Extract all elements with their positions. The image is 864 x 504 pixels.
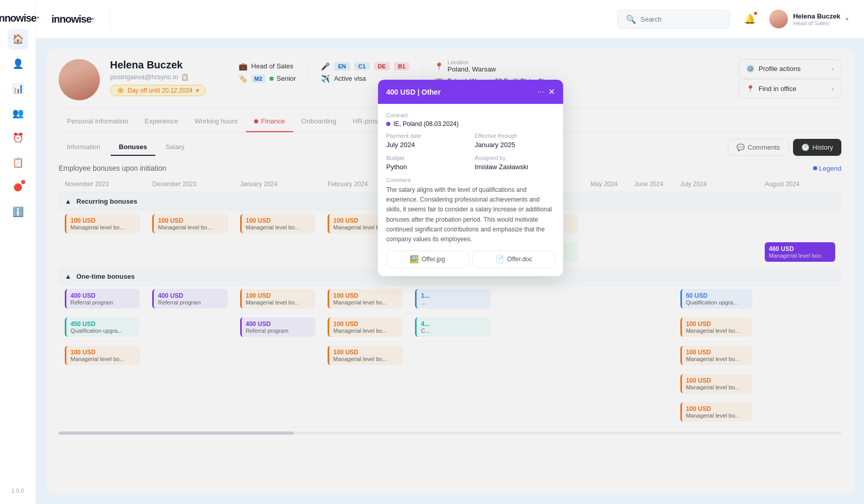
sidebar-item-profile[interactable]: 👤 (8, 53, 28, 74)
sidebar-item-home[interactable]: 🏠 (8, 29, 28, 49)
payment-date-field: Payment date July 2024 (386, 133, 466, 149)
attachment-jpg-label: Offer.jpg (422, 256, 445, 263)
topbar-logo: innowise· (51, 12, 94, 26)
modal-overlay: 400 USD | Other ··· ✕ Contract (46, 49, 854, 494)
search-input[interactable] (640, 15, 722, 23)
sidebar-item-badge[interactable]: 🔴 (8, 177, 28, 197)
payment-row: Payment date July 2024 Effective through… (386, 133, 555, 149)
effective-through-label: Effective through (475, 133, 555, 139)
contract-value: IE, Poland (08.03.2024) (393, 120, 459, 128)
image-icon: 🖼️ (410, 255, 419, 263)
topbar: innowise· 🔍 🔔 Helena Buczek Head of Sale… (36, 0, 864, 39)
user-name: Helena Buczek (793, 12, 840, 20)
assigned-by-field: Assigned by Imisław Zasławski (475, 155, 555, 171)
modal-body: Contract IE, Poland (08.03.2024) Payment… (378, 104, 563, 276)
sidebar-item-team[interactable]: 👥 (8, 103, 28, 123)
modal-more-options[interactable]: ··· (537, 87, 544, 97)
sidebar-item-clock[interactable]: ⏰ (8, 128, 28, 148)
document-icon: 📄 (495, 255, 504, 263)
contract-label: Contract (386, 112, 555, 118)
avatar (769, 10, 788, 28)
modal-header-actions: ··· ✕ (537, 87, 555, 97)
budget-label: Budget (386, 155, 466, 161)
effective-through-value: January 2025 (475, 141, 555, 149)
sidebar-logo: innowise· (0, 10, 39, 25)
app-version: 1.0.0 (11, 488, 24, 494)
attachment-offer-jpg[interactable]: 🖼️ Offer.jpg (386, 250, 469, 268)
budget-row: Budget Python Assigned by Imisław Zasław… (386, 155, 555, 171)
sidebar: innowise· 🏠 👤 📊 👥 ⏰ 📋 🔴 ℹ️ 1.0.0 (0, 0, 36, 504)
logo-dot: · (36, 10, 39, 24)
attachment-doc-label: Offer.doc (507, 256, 532, 263)
comment-text: The salary aligns with the level of qual… (386, 185, 555, 244)
comment-label: Comment (386, 177, 555, 183)
attachment-offer-doc[interactable]: 📄 Offer.doc (473, 250, 555, 268)
search-box[interactable]: 🔍 (617, 10, 730, 29)
user-info-text: Helena Buczek Head of Sales (793, 12, 840, 26)
sidebar-item-calendar[interactable]: 📋 (8, 152, 28, 173)
sidebar-item-reports[interactable]: 📊 (8, 78, 28, 99)
sidebar-item-info[interactable]: ℹ️ (8, 202, 28, 222)
modal-close-button[interactable]: ✕ (548, 87, 555, 97)
comment-section: Comment The salary aligns with the level… (386, 177, 555, 244)
effective-through-field: Effective through January 2025 (475, 133, 555, 149)
bonus-detail-modal: 400 USD | Other ··· ✕ Contract (378, 80, 563, 276)
assigned-by-value: Imisław Zasławski (475, 163, 555, 171)
budget-value: Python (386, 163, 466, 171)
budget-field: Budget Python (386, 155, 466, 171)
assigned-by-label: Assigned by (475, 155, 555, 161)
modal-title: 400 USD | Other (386, 88, 441, 96)
notification-button[interactable]: 🔔 (741, 10, 759, 28)
payment-date-value: July 2024 (386, 141, 466, 149)
payment-date-label: Payment date (386, 133, 466, 139)
notification-badge (753, 11, 758, 16)
chevron-down-icon: ▾ (845, 15, 849, 23)
attachments-section: 🖼️ Offer.jpg 📄 Offer.doc (386, 250, 555, 268)
user-title: Head of Sales (793, 20, 840, 26)
contract-item: IE, Poland (08.03.2024) (386, 120, 555, 128)
search-icon: 🔍 (626, 14, 636, 24)
modal-header: 400 USD | Other ··· ✕ (378, 80, 563, 104)
user-menu[interactable]: Helena Buczek Head of Sales ▾ (769, 10, 849, 28)
contract-dot (386, 122, 390, 126)
